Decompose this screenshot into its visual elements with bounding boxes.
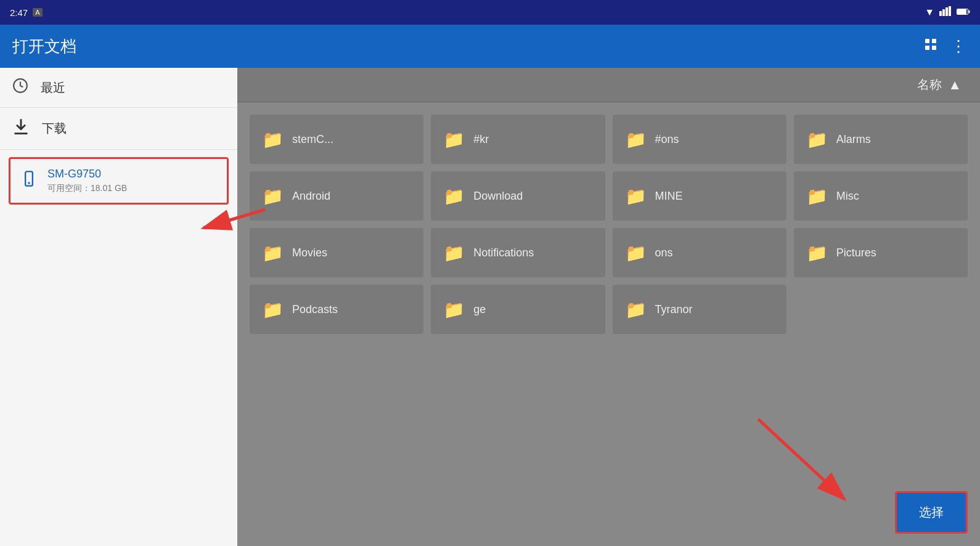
folder-item-android[interactable]: 📁 Android — [250, 171, 423, 221]
device-icon — [20, 170, 38, 192]
folder-name: Podcasts — [292, 303, 338, 316]
device-info: SM-G9750 可用空间：18.01 GB — [47, 168, 127, 194]
folder-name: Movies — [292, 247, 327, 259]
svg-rect-0 — [939, 11, 942, 16]
folder-item-download[interactable]: 📁 Download — [431, 171, 605, 221]
app-title: 打开文档 — [12, 36, 76, 57]
device-name: SM-G9750 — [47, 168, 127, 181]
folder-icon: 📁 — [806, 129, 828, 150]
svg-rect-2 — [945, 7, 948, 16]
recent-label: 最近 — [41, 79, 65, 96]
keyboard-indicator: A — [33, 8, 42, 17]
folder-item-podcasts[interactable]: 📁 Podcasts — [250, 285, 423, 334]
more-options-button[interactable]: ⋮ — [950, 37, 968, 56]
svg-rect-10 — [925, 46, 929, 50]
folder-item-ons[interactable]: 📁 #ons — [613, 115, 786, 164]
status-bar: 2:47 A ▼ — [0, 0, 980, 25]
svg-rect-7 — [957, 9, 966, 14]
folder-item-misc[interactable]: 📁 Misc — [794, 171, 968, 221]
folder-item-mine[interactable]: 📁 MINE — [613, 171, 786, 221]
svg-rect-11 — [932, 46, 936, 50]
bottom-bar: 选择 — [895, 491, 968, 534]
status-bar-left: 2:47 A — [10, 7, 43, 18]
folder-name: MINE — [655, 190, 683, 203]
folder-item-ons2[interactable]: 📁 ons — [613, 228, 786, 277]
folder-name: ge — [473, 303, 486, 316]
main-layout: 最近 下载 SM-G9750 可用空间：18.01 GB — [0, 68, 980, 546]
folder-item-kr[interactable]: 📁 #kr — [431, 115, 605, 164]
sidebar-item-download[interactable]: 下载 — [0, 108, 237, 150]
device-item[interactable]: SM-G9750 可用空间：18.01 GB — [9, 157, 229, 205]
folder-name: Android — [292, 190, 330, 203]
folder-name: #kr — [473, 133, 489, 146]
grid-view-button[interactable] — [923, 37, 938, 55]
download-icon — [12, 118, 30, 139]
signal-icon — [939, 6, 952, 18]
folder-item-systemc[interactable]: 📁 stemC... — [250, 115, 423, 164]
svg-rect-5 — [969, 10, 970, 14]
folder-icon: 📁 — [262, 299, 284, 320]
folder-icon: 📁 — [625, 186, 647, 206]
time-display: 2:47 — [10, 7, 28, 18]
folder-name: Pictures — [836, 247, 876, 259]
folder-name: #ons — [655, 133, 679, 146]
folder-name: ons — [655, 247, 673, 259]
folder-item-pictures[interactable]: 📁 Pictures — [794, 228, 968, 277]
svg-rect-9 — [932, 39, 936, 43]
folder-icon: 📁 — [806, 186, 828, 206]
battery-icon — [957, 7, 970, 18]
sort-bar: 名称 ▲ — [237, 68, 980, 102]
folder-name: Tyranor — [655, 303, 693, 316]
file-grid: 📁 stemC... 📁 #kr 📁 #ons 📁 Alarms 📁 Andro… — [237, 102, 980, 546]
folder-icon: 📁 — [443, 129, 465, 150]
recent-icon — [12, 78, 28, 97]
folder-item-tyranor[interactable]: 📁 Tyranor — [613, 285, 786, 334]
folder-item-alarms[interactable]: 📁 Alarms — [794, 115, 968, 164]
folder-name: Misc — [836, 190, 859, 203]
folder-name: Notifications — [473, 247, 534, 259]
folder-item-notifications[interactable]: 📁 Notifications — [431, 228, 605, 277]
sort-arrow-icon[interactable]: ▲ — [948, 77, 962, 93]
folder-icon: 📁 — [625, 243, 647, 263]
sort-label[interactable]: 名称 — [917, 76, 942, 93]
app-bar: 打开文档 ⋮ — [0, 25, 980, 68]
select-button[interactable]: 选择 — [895, 491, 968, 534]
folder-name: Download — [473, 190, 523, 203]
folder-icon: 📁 — [262, 186, 284, 206]
wifi-icon: ▼ — [925, 7, 934, 18]
app-bar-actions: ⋮ — [923, 37, 968, 56]
status-bar-right: ▼ — [925, 6, 970, 18]
folder-icon: 📁 — [625, 129, 647, 150]
folder-icon: 📁 — [262, 243, 284, 263]
sidebar-item-recent[interactable]: 最近 — [0, 68, 237, 108]
folder-icon: 📁 — [625, 299, 647, 320]
svg-rect-1 — [942, 9, 945, 16]
folder-icon: 📁 — [262, 129, 284, 150]
svg-rect-8 — [925, 39, 929, 43]
folder-item-ge[interactable]: 📁 ge — [431, 285, 605, 334]
folder-icon: 📁 — [443, 186, 465, 206]
svg-rect-3 — [949, 6, 951, 16]
folder-name: Alarms — [836, 133, 871, 146]
folder-icon: 📁 — [806, 243, 828, 263]
folder-icon: 📁 — [443, 299, 465, 320]
sidebar: 最近 下载 SM-G9750 可用空间：18.01 GB — [0, 68, 237, 546]
folder-icon: 📁 — [443, 243, 465, 263]
device-storage: 可用空间：18.01 GB — [47, 183, 127, 194]
folder-name: stemC... — [292, 133, 333, 146]
download-label: 下载 — [42, 120, 67, 137]
folder-item-movies[interactable]: 📁 Movies — [250, 228, 423, 277]
content-area: 名称 ▲ 📁 stemC... 📁 #kr 📁 #ons 📁 Alarms — [237, 68, 980, 546]
